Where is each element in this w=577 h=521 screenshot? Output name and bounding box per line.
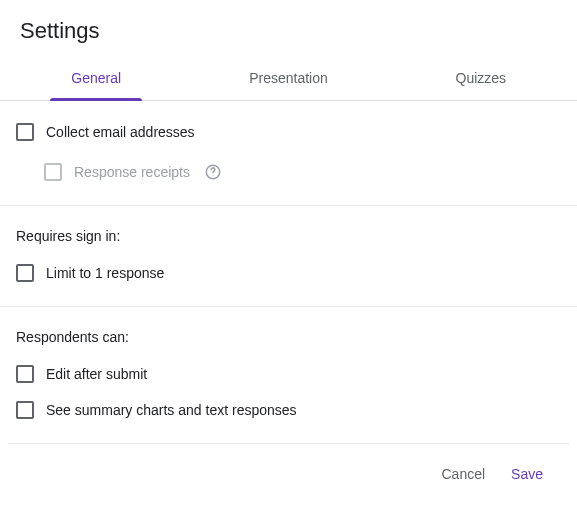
checkbox-see-summary[interactable] [16, 401, 34, 419]
checkbox-edit-after-submit[interactable] [16, 365, 34, 383]
row-response-receipts: Response receipts [16, 157, 561, 187]
checkbox-collect-email[interactable] [16, 123, 34, 141]
section-email: Collect email addresses Response receipt… [0, 101, 577, 206]
save-button[interactable]: Save [507, 460, 547, 488]
tab-presentation[interactable]: Presentation [192, 58, 384, 100]
tab-general[interactable]: General [0, 58, 192, 100]
dialog-title: Settings [0, 0, 577, 58]
tabs: General Presentation Quizzes [0, 58, 577, 101]
checkbox-limit-response[interactable] [16, 264, 34, 282]
help-icon[interactable] [204, 163, 222, 181]
section-signin: Requires sign in: Limit to 1 response [0, 206, 577, 307]
heading-respondents: Respondents can: [16, 329, 561, 345]
row-edit-after-submit: Edit after submit [16, 359, 561, 389]
label-collect-email: Collect email addresses [46, 124, 195, 140]
footer: Cancel Save [8, 443, 569, 500]
heading-signin: Requires sign in: [16, 228, 561, 244]
svg-point-1 [212, 175, 213, 176]
label-edit-after-submit: Edit after submit [46, 366, 147, 382]
cancel-button[interactable]: Cancel [437, 460, 489, 488]
row-collect-email: Collect email addresses [16, 117, 561, 147]
row-limit-response: Limit to 1 response [16, 258, 561, 288]
label-response-receipts: Response receipts [74, 164, 190, 180]
settings-content: Collect email addresses Response receipt… [0, 101, 577, 443]
label-see-summary: See summary charts and text responses [46, 402, 297, 418]
label-limit-response: Limit to 1 response [46, 265, 164, 281]
checkbox-response-receipts [44, 163, 62, 181]
tab-quizzes[interactable]: Quizzes [385, 58, 577, 100]
row-see-summary: See summary charts and text responses [16, 395, 561, 425]
section-respondents: Respondents can: Edit after submit See s… [0, 307, 577, 443]
